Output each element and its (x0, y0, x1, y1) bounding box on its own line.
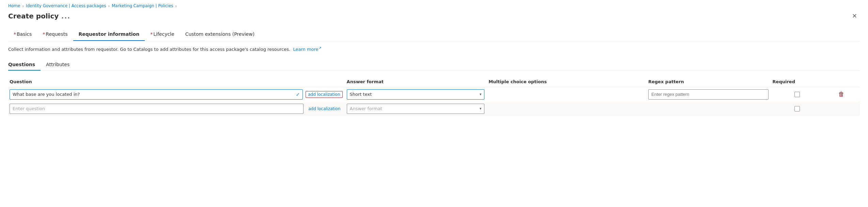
page-title: Create policy ... (8, 12, 71, 20)
regex-cell-1 (647, 87, 771, 102)
table-row: What base are you located in? ✓ add loca… (8, 87, 860, 102)
breadcrumb-home[interactable]: Home (8, 3, 20, 8)
answer-format-value-1: Short text (350, 92, 372, 97)
questions-table: Question Answer format Multiple choice o… (8, 76, 860, 116)
tab-basics[interactable]: *Basics (8, 28, 37, 41)
chevron-down-icon-2: ▾ (480, 106, 482, 111)
sub-tabs: Questions Attributes (8, 59, 860, 71)
required-checkbox-container-2 (773, 106, 822, 112)
question-input-text-1: What base are you located in? (13, 92, 80, 97)
required-cell-2 (771, 102, 824, 116)
tab-requestor-information[interactable]: Requestor information (73, 28, 145, 41)
question-input-1[interactable]: What base are you located in? ✓ (10, 89, 303, 100)
mc-options-cell-2 (487, 102, 647, 116)
required-dot-requests: * (43, 31, 45, 37)
regex-input-1[interactable] (648, 89, 769, 100)
sub-tab-questions[interactable]: Questions (8, 59, 41, 71)
checkmark-icon-1: ✓ (296, 92, 300, 97)
required-checkbox-2[interactable] (794, 106, 800, 112)
mc-options-cell-1 (487, 87, 647, 102)
delete-button-1[interactable]: 🗑 (836, 90, 847, 99)
required-checkbox-container-1 (773, 92, 822, 97)
close-button[interactable]: ✕ (849, 11, 860, 21)
page-title-row: Create policy ... ✕ (8, 11, 860, 21)
answer-format-cell-1: Short text ▾ (345, 87, 487, 102)
page-title-text: Create policy (8, 12, 59, 20)
question-cell-2: Enter question add localization (8, 102, 345, 116)
required-dot-basics: * (14, 31, 16, 37)
add-localization-link-2[interactable]: add localization (306, 105, 342, 112)
action-cell-1: 🗑 (824, 87, 860, 102)
breadcrumb-sep-3: › (175, 4, 177, 8)
col-header-required: Required (771, 76, 824, 87)
col-header-action (824, 76, 860, 87)
tab-custom-extensions[interactable]: Custom extensions (Preview) (180, 28, 260, 41)
col-header-question: Question (8, 76, 345, 87)
answer-format-dropdown-1[interactable]: Short text ▾ (347, 89, 485, 100)
learn-more-link[interactable]: Learn more↗ (292, 47, 321, 52)
required-checkbox-1[interactable] (794, 92, 800, 97)
breadcrumb-marketing-campaign[interactable]: Marketing Campaign | Policies (112, 3, 173, 8)
question-cell-inner-2: Enter question add localization (10, 104, 343, 114)
answer-format-placeholder-2: Answer format (350, 106, 382, 111)
question-cell-1: What base are you located in? ✓ add loca… (8, 87, 345, 102)
external-link-icon: ↗ (319, 46, 322, 50)
col-header-mc-options: Multiple choice options (487, 76, 647, 87)
breadcrumb: Home › Identity Governance | Access pack… (8, 0, 860, 11)
description-text: Collect information and attributes from … (8, 45, 860, 53)
add-localization-link-1[interactable]: add localization (306, 91, 342, 98)
regex-cell-2 (647, 102, 771, 116)
tab-lifecycle[interactable]: *Lifecycle (145, 28, 180, 41)
answer-format-dropdown-2[interactable]: Answer format ▾ (347, 104, 485, 114)
required-dot-lifecycle: * (150, 31, 153, 37)
answer-format-cell-2: Answer format ▾ (345, 102, 487, 116)
tabs-nav: *Basics *Requests Requestor information … (8, 28, 860, 41)
col-header-regex: Regex pattern (647, 76, 771, 87)
tab-requests[interactable]: *Requests (37, 28, 73, 41)
question-input-2[interactable]: Enter question (10, 104, 304, 114)
sub-tab-attributes[interactable]: Attributes (46, 59, 75, 71)
required-cell-1 (771, 87, 824, 102)
breadcrumb-sep-1: › (22, 4, 24, 8)
action-cell-2 (824, 102, 860, 116)
col-header-answer-format: Answer format (345, 76, 487, 87)
breadcrumb-identity-governance[interactable]: Identity Governance | Access packages (26, 3, 106, 8)
table-row: Enter question add localization Answer f… (8, 102, 860, 116)
table-header-row: Question Answer format Multiple choice o… (8, 76, 860, 87)
question-input-placeholder-2: Enter question (13, 106, 45, 111)
question-cell-inner-1: What base are you located in? ✓ add loca… (10, 89, 343, 100)
page-title-ellipsis[interactable]: ... (61, 13, 71, 20)
breadcrumb-sep-2: › (108, 4, 110, 8)
chevron-down-icon-1: ▾ (480, 92, 482, 97)
